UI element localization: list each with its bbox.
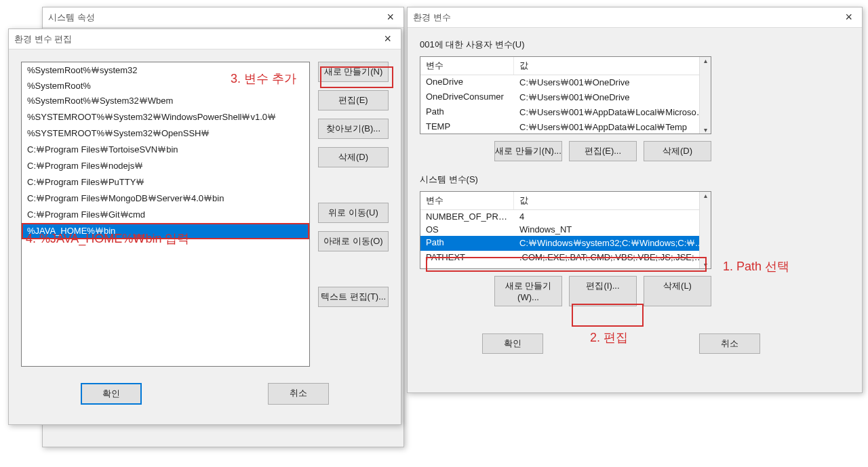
user-new-button[interactable]: 새로 만들기(N)... <box>494 141 562 161</box>
edit-env-var-dialog: 환경 변수 편집 × %SystemRoot%￦system32%SystemR… <box>8 28 401 425</box>
col-value[interactable]: 값 <box>514 57 711 75</box>
close-icon[interactable]: × <box>382 10 398 24</box>
cell-var: TEMP <box>420 120 514 134</box>
system-vars-label: 시스템 변수(S) <box>420 174 850 186</box>
env-titlebar: 환경 변수 × <box>408 7 862 28</box>
list-item[interactable]: C:￦Program Files￦MongoDB￦Server￦4.0￦bin <box>22 190 309 207</box>
cell-val: .COM;.EXE;.BAT;.CMD;.VBS;.VBE;.JS;.JSE;.… <box>514 251 711 264</box>
table-row[interactable]: OneDriveConsumerC:￦Users￦001￦OneDrive <box>420 90 711 105</box>
move-down-button[interactable]: 아래로 이동(O) <box>318 231 389 251</box>
system-vars-table[interactable]: 변수 값 NUMBER_OF_PRO...4OSWindows_NTPathC:… <box>420 191 711 269</box>
cancel-button[interactable]: 취소 <box>699 333 760 354</box>
scroll-down-icon[interactable]: ▾ <box>700 126 711 134</box>
ok-button[interactable]: 확인 <box>482 333 543 354</box>
system-vars-group: 시스템 변수(S) 변수 값 NUMBER_OF_PRO...4OSWindow… <box>420 174 850 306</box>
close-icon[interactable]: × <box>380 32 395 46</box>
sys-new-button[interactable]: 새로 만들기(W)... <box>494 276 562 306</box>
table-row[interactable]: NUMBER_OF_PRO...4 <box>420 210 711 223</box>
list-item[interactable]: C:￦Program Files￦TortoiseSVN￦bin <box>22 142 309 158</box>
sys-delete-button[interactable]: 삭제(L) <box>644 276 711 306</box>
list-item[interactable]: %SYSTEMROOT%￦System32￦OpenSSH￦ <box>22 125 309 142</box>
col-variable[interactable]: 변수 <box>420 57 514 75</box>
cell-val: C:￦Users￦001￦OneDrive <box>514 90 711 105</box>
cell-var: Path <box>420 105 514 120</box>
table-row[interactable]: OneDriveC:￦Users￦001￦OneDrive <box>420 75 711 90</box>
list-item[interactable]: %SYSTEMROOT%￦System32￦WindowsPowerShell￦… <box>22 109 309 125</box>
edit-button[interactable]: 편집(E) <box>318 90 389 110</box>
cell-var: OneDriveConsumer <box>420 90 514 105</box>
col-value[interactable]: 값 <box>514 192 711 209</box>
list-item[interactable]: %SystemRoot% <box>22 79 309 93</box>
edit-button-column: 새로 만들기(N) 편집(E) 찾아보기(B)... 삭제(D) 위로 이동(U… <box>318 62 389 367</box>
cell-val: C:￦Users￦001￦AppData￦Local￦Microsoft... <box>514 105 711 120</box>
user-delete-button[interactable]: 삭제(D) <box>644 141 711 161</box>
cancel-button[interactable]: 취소 <box>268 383 329 405</box>
browse-button[interactable]: 찾아보기(B)... <box>318 119 389 139</box>
edit-titlebar: 환경 변수 편집 × <box>9 29 401 49</box>
cell-var: NUMBER_OF_PRO... <box>420 210 514 223</box>
list-item[interactable]: C:￦Program Files￦PuTTY￦ <box>22 174 309 190</box>
cell-var: Path <box>420 236 514 251</box>
sysprops-title: 시스템 속성 <box>48 12 382 24</box>
path-values-list[interactable]: %SystemRoot%￦system32%SystemRoot%%System… <box>21 62 310 367</box>
scrollbar[interactable]: ▴ ▾ <box>699 57 711 134</box>
user-edit-button[interactable]: 편집(E)... <box>569 141 637 161</box>
table-row[interactable]: PathC:￦Users￦001￦AppData￦Local￦Microsoft… <box>420 105 711 120</box>
table-row[interactable]: PATHEXT.COM;.EXE;.BAT;.CMD;.VBS;.VBE;.JS… <box>420 251 711 264</box>
ok-button[interactable]: 확인 <box>81 383 142 405</box>
user-vars-group: 001에 대한 사용자 변수(U) 변수 값 OneDriveC:￦Users￦… <box>420 39 850 161</box>
cell-var: OS <box>420 223 514 236</box>
scroll-down-icon[interactable]: ▾ <box>700 261 711 268</box>
cell-val: Windows_NT <box>514 223 711 236</box>
move-up-button[interactable]: 위로 이동(U) <box>318 203 389 223</box>
col-variable[interactable]: 변수 <box>420 192 514 209</box>
sys-edit-button[interactable]: 편집(I)... <box>569 276 637 306</box>
user-vars-table[interactable]: 변수 값 OneDriveC:￦Users￦001￦OneDriveOneDri… <box>420 56 711 134</box>
env-title: 환경 변수 <box>413 12 841 24</box>
new-button[interactable]: 새로 만들기(N) <box>318 62 389 82</box>
cell-val: 4 <box>514 210 711 223</box>
close-icon[interactable]: × <box>841 10 856 24</box>
list-item[interactable]: %JAVA_HOME%￦bin <box>22 223 309 239</box>
user-vars-label: 001에 대한 사용자 변수(U) <box>420 39 850 51</box>
scroll-up-icon[interactable]: ▴ <box>700 57 711 64</box>
scrollbar[interactable]: ▴ ▾ <box>699 192 711 268</box>
list-item[interactable]: C:￦Program Files￦nodejs￦ <box>22 158 309 174</box>
table-row[interactable]: PathC:￦Windows￦system32;C:￦Windows;C:￦..… <box>420 236 711 251</box>
cell-var: PATHEXT <box>420 251 514 264</box>
list-item[interactable]: %SystemRoot%￦System32￦Wbem <box>22 93 309 109</box>
environment-variables-dialog: 환경 변수 × 001에 대한 사용자 변수(U) 변수 값 OneDriveC… <box>407 7 863 393</box>
delete-button[interactable]: 삭제(D) <box>318 147 389 167</box>
table-row[interactable]: TEMPC:￦Users￦001￦AppData￦Local￦Temp <box>420 120 711 134</box>
cell-val: C:￦Windows￦system32;C:￦Windows;C:￦... <box>514 236 711 251</box>
cell-var: OneDrive <box>420 75 514 90</box>
edit-title: 환경 변수 편집 <box>14 33 380 45</box>
list-item[interactable]: %SystemRoot%￦system32 <box>22 62 309 79</box>
text-edit-button[interactable]: 텍스트 편집(T)... <box>318 287 389 307</box>
cell-val: C:￦Users￦001￦AppData￦Local￦Temp <box>514 120 711 134</box>
scroll-up-icon[interactable]: ▴ <box>700 192 711 199</box>
table-row[interactable]: OSWindows_NT <box>420 223 711 236</box>
list-item[interactable]: C:￦Program Files￦Git￦cmd <box>22 207 309 223</box>
sysprops-titlebar: 시스템 속성 × <box>43 7 403 28</box>
cell-val: C:￦Users￦001￦OneDrive <box>514 75 711 90</box>
